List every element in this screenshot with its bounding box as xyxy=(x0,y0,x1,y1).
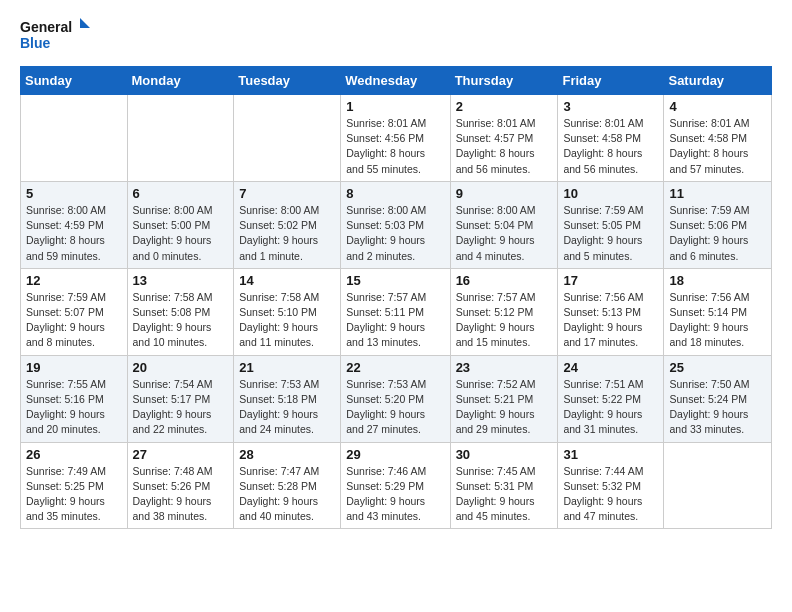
day-info: Sunrise: 7:52 AM Sunset: 5:21 PM Dayligh… xyxy=(456,377,553,438)
weekday-header-tuesday: Tuesday xyxy=(234,67,341,95)
day-info: Sunrise: 7:48 AM Sunset: 5:26 PM Dayligh… xyxy=(133,464,229,525)
header: General Blue xyxy=(20,16,772,56)
day-info: Sunrise: 7:53 AM Sunset: 5:20 PM Dayligh… xyxy=(346,377,444,438)
weekday-header-sunday: Sunday xyxy=(21,67,128,95)
calendar-cell: 7Sunrise: 8:00 AM Sunset: 5:02 PM Daylig… xyxy=(234,181,341,268)
day-number: 2 xyxy=(456,99,553,114)
day-number: 9 xyxy=(456,186,553,201)
day-info: Sunrise: 8:00 AM Sunset: 5:02 PM Dayligh… xyxy=(239,203,335,264)
calendar-cell: 21Sunrise: 7:53 AM Sunset: 5:18 PM Dayli… xyxy=(234,355,341,442)
calendar-cell: 22Sunrise: 7:53 AM Sunset: 5:20 PM Dayli… xyxy=(341,355,450,442)
weekday-header-friday: Friday xyxy=(558,67,664,95)
day-info: Sunrise: 7:56 AM Sunset: 5:14 PM Dayligh… xyxy=(669,290,766,351)
calendar-cell: 1Sunrise: 8:01 AM Sunset: 4:56 PM Daylig… xyxy=(341,95,450,182)
calendar-cell: 12Sunrise: 7:59 AM Sunset: 5:07 PM Dayli… xyxy=(21,268,128,355)
week-row-2: 5Sunrise: 8:00 AM Sunset: 4:59 PM Daylig… xyxy=(21,181,772,268)
week-row-3: 12Sunrise: 7:59 AM Sunset: 5:07 PM Dayli… xyxy=(21,268,772,355)
day-info: Sunrise: 7:51 AM Sunset: 5:22 PM Dayligh… xyxy=(563,377,658,438)
calendar-cell: 20Sunrise: 7:54 AM Sunset: 5:17 PM Dayli… xyxy=(127,355,234,442)
weekday-header-wednesday: Wednesday xyxy=(341,67,450,95)
week-row-4: 19Sunrise: 7:55 AM Sunset: 5:16 PM Dayli… xyxy=(21,355,772,442)
calendar-cell: 27Sunrise: 7:48 AM Sunset: 5:26 PM Dayli… xyxy=(127,442,234,529)
calendar-cell: 29Sunrise: 7:46 AM Sunset: 5:29 PM Dayli… xyxy=(341,442,450,529)
calendar-cell: 15Sunrise: 7:57 AM Sunset: 5:11 PM Dayli… xyxy=(341,268,450,355)
day-info: Sunrise: 8:01 AM Sunset: 4:58 PM Dayligh… xyxy=(563,116,658,177)
day-number: 1 xyxy=(346,99,444,114)
day-number: 22 xyxy=(346,360,444,375)
page: General Blue SundayMondayTuesdayWednesda… xyxy=(0,0,792,545)
week-row-5: 26Sunrise: 7:49 AM Sunset: 5:25 PM Dayli… xyxy=(21,442,772,529)
calendar-cell: 23Sunrise: 7:52 AM Sunset: 5:21 PM Dayli… xyxy=(450,355,558,442)
calendar-cell: 26Sunrise: 7:49 AM Sunset: 5:25 PM Dayli… xyxy=(21,442,128,529)
calendar-cell: 8Sunrise: 8:00 AM Sunset: 5:03 PM Daylig… xyxy=(341,181,450,268)
day-number: 7 xyxy=(239,186,335,201)
day-number: 4 xyxy=(669,99,766,114)
day-number: 16 xyxy=(456,273,553,288)
calendar-cell: 16Sunrise: 7:57 AM Sunset: 5:12 PM Dayli… xyxy=(450,268,558,355)
day-number: 18 xyxy=(669,273,766,288)
calendar-cell: 14Sunrise: 7:58 AM Sunset: 5:10 PM Dayli… xyxy=(234,268,341,355)
day-number: 20 xyxy=(133,360,229,375)
day-info: Sunrise: 7:49 AM Sunset: 5:25 PM Dayligh… xyxy=(26,464,122,525)
logo-svg: General Blue xyxy=(20,16,90,56)
day-number: 19 xyxy=(26,360,122,375)
day-number: 14 xyxy=(239,273,335,288)
day-number: 13 xyxy=(133,273,229,288)
day-info: Sunrise: 7:46 AM Sunset: 5:29 PM Dayligh… xyxy=(346,464,444,525)
svg-text:General: General xyxy=(20,19,72,35)
calendar-cell: 28Sunrise: 7:47 AM Sunset: 5:28 PM Dayli… xyxy=(234,442,341,529)
day-number: 8 xyxy=(346,186,444,201)
calendar-cell: 11Sunrise: 7:59 AM Sunset: 5:06 PM Dayli… xyxy=(664,181,772,268)
calendar-cell xyxy=(21,95,128,182)
calendar: SundayMondayTuesdayWednesdayThursdayFrid… xyxy=(20,66,772,529)
logo: General Blue xyxy=(20,16,90,56)
day-number: 3 xyxy=(563,99,658,114)
day-number: 29 xyxy=(346,447,444,462)
day-number: 23 xyxy=(456,360,553,375)
calendar-cell xyxy=(234,95,341,182)
day-info: Sunrise: 7:58 AM Sunset: 5:10 PM Dayligh… xyxy=(239,290,335,351)
day-number: 24 xyxy=(563,360,658,375)
day-info: Sunrise: 8:01 AM Sunset: 4:58 PM Dayligh… xyxy=(669,116,766,177)
day-number: 26 xyxy=(26,447,122,462)
svg-marker-1 xyxy=(80,18,90,28)
calendar-cell: 5Sunrise: 8:00 AM Sunset: 4:59 PM Daylig… xyxy=(21,181,128,268)
day-info: Sunrise: 7:44 AM Sunset: 5:32 PM Dayligh… xyxy=(563,464,658,525)
day-info: Sunrise: 8:01 AM Sunset: 4:56 PM Dayligh… xyxy=(346,116,444,177)
day-info: Sunrise: 7:47 AM Sunset: 5:28 PM Dayligh… xyxy=(239,464,335,525)
weekday-header-monday: Monday xyxy=(127,67,234,95)
day-number: 30 xyxy=(456,447,553,462)
day-info: Sunrise: 7:58 AM Sunset: 5:08 PM Dayligh… xyxy=(133,290,229,351)
day-number: 11 xyxy=(669,186,766,201)
calendar-cell: 25Sunrise: 7:50 AM Sunset: 5:24 PM Dayli… xyxy=(664,355,772,442)
day-info: Sunrise: 8:00 AM Sunset: 5:03 PM Dayligh… xyxy=(346,203,444,264)
calendar-cell: 13Sunrise: 7:58 AM Sunset: 5:08 PM Dayli… xyxy=(127,268,234,355)
calendar-cell xyxy=(127,95,234,182)
svg-text:Blue: Blue xyxy=(20,35,51,51)
day-number: 5 xyxy=(26,186,122,201)
day-info: Sunrise: 7:57 AM Sunset: 5:12 PM Dayligh… xyxy=(456,290,553,351)
day-info: Sunrise: 7:57 AM Sunset: 5:11 PM Dayligh… xyxy=(346,290,444,351)
day-number: 31 xyxy=(563,447,658,462)
calendar-cell: 10Sunrise: 7:59 AM Sunset: 5:05 PM Dayli… xyxy=(558,181,664,268)
weekday-header-saturday: Saturday xyxy=(664,67,772,95)
day-info: Sunrise: 8:00 AM Sunset: 5:04 PM Dayligh… xyxy=(456,203,553,264)
calendar-cell: 24Sunrise: 7:51 AM Sunset: 5:22 PM Dayli… xyxy=(558,355,664,442)
day-number: 28 xyxy=(239,447,335,462)
weekday-header-thursday: Thursday xyxy=(450,67,558,95)
day-info: Sunrise: 7:55 AM Sunset: 5:16 PM Dayligh… xyxy=(26,377,122,438)
calendar-cell: 3Sunrise: 8:01 AM Sunset: 4:58 PM Daylig… xyxy=(558,95,664,182)
day-number: 25 xyxy=(669,360,766,375)
day-info: Sunrise: 7:59 AM Sunset: 5:06 PM Dayligh… xyxy=(669,203,766,264)
calendar-cell: 4Sunrise: 8:01 AM Sunset: 4:58 PM Daylig… xyxy=(664,95,772,182)
calendar-cell: 31Sunrise: 7:44 AM Sunset: 5:32 PM Dayli… xyxy=(558,442,664,529)
day-number: 27 xyxy=(133,447,229,462)
day-number: 17 xyxy=(563,273,658,288)
day-number: 21 xyxy=(239,360,335,375)
day-info: Sunrise: 8:01 AM Sunset: 4:57 PM Dayligh… xyxy=(456,116,553,177)
day-number: 12 xyxy=(26,273,122,288)
day-number: 6 xyxy=(133,186,229,201)
day-info: Sunrise: 8:00 AM Sunset: 5:00 PM Dayligh… xyxy=(133,203,229,264)
day-info: Sunrise: 7:53 AM Sunset: 5:18 PM Dayligh… xyxy=(239,377,335,438)
day-info: Sunrise: 7:59 AM Sunset: 5:07 PM Dayligh… xyxy=(26,290,122,351)
